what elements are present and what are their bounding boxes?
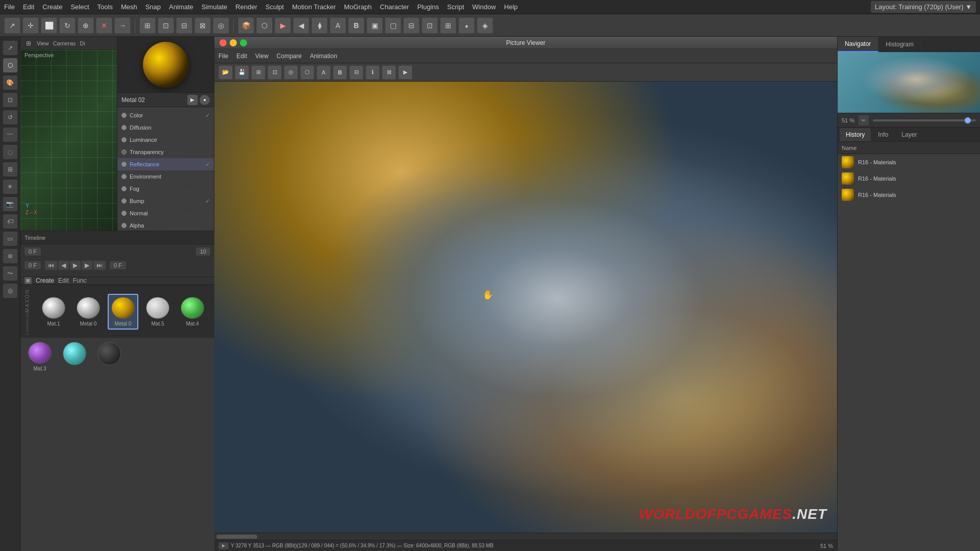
toolbar-btn16[interactable]: ⊡ (422, 17, 438, 34)
channel-fog[interactable]: Fog . . . . . . . . . (117, 183, 214, 195)
sidebar-mesh-icon[interactable]: ⬡ (3, 58, 17, 72)
pv-b-btn[interactable]: B (333, 65, 347, 80)
history-tab-layer[interactable]: Layer (895, 128, 923, 141)
sidebar-tag-icon[interactable]: 🏷 (3, 214, 17, 229)
pv-channel-btn[interactable]: ⊠ (382, 65, 396, 80)
mat-item-5[interactable]: Mat.4 (177, 294, 208, 330)
pv-scrollbar-h[interactable] (214, 533, 837, 540)
toolbar-btn18[interactable]: ⬧ (458, 17, 475, 34)
sidebar-mograph-icon[interactable]: ⊛ (3, 249, 17, 263)
channel-bump[interactable]: Bump . . . . . . . ✓ (117, 195, 214, 207)
toolbar-btn15[interactable]: ⊟ (403, 17, 420, 34)
sidebar-nurbs-icon[interactable]: ◌ (3, 145, 17, 159)
pv-menu-view[interactable]: View (255, 53, 268, 60)
play-back-btn[interactable]: ⏮ (45, 261, 57, 270)
sidebar-spline-icon[interactable]: 〰 (3, 128, 17, 142)
channel-diffusion[interactable]: Diffusion . . . . . . (117, 121, 214, 134)
materials-create-tab[interactable]: Create (36, 277, 54, 284)
channel-normal[interactable]: Normal . . . . . . . (117, 207, 214, 219)
toolbar-move-btn[interactable]: ✛ (22, 17, 39, 34)
menu-window[interactable]: Window (472, 3, 496, 11)
toolbar-btn13[interactable]: ▣ (366, 17, 383, 34)
toolbar-btn10[interactable]: ⧫ (311, 17, 328, 34)
pv-menu-animation[interactable]: Animation (310, 53, 337, 60)
pv-crop-btn[interactable]: ⬡ (300, 65, 314, 80)
pv-render-btn[interactable]: ▶ (398, 65, 412, 80)
viewport-display-tab[interactable]: Di (80, 40, 85, 46)
mat-item-3[interactable]: Metal 0 (108, 294, 138, 330)
zoom-handle[interactable] (965, 117, 971, 123)
pv-image-area[interactable]: WORLDOFPCGAMES.NET ✋ (214, 82, 837, 533)
pv-menu-edit[interactable]: Edit (236, 53, 247, 60)
history-item-3[interactable]: R16 - Materials (838, 187, 980, 203)
mat-item-6[interactable]: Mat.3 (24, 339, 55, 374)
mat-item-8[interactable] (94, 339, 125, 374)
channel-luminance[interactable]: Luminance . . . . . . (117, 134, 214, 146)
sidebar-light-icon[interactable]: ☀ (3, 180, 17, 194)
viewport-view-tab[interactable]: View (37, 40, 49, 46)
menu-motion-tracker[interactable]: Motion Tracker (292, 3, 336, 11)
pv-menu-file[interactable]: File (218, 53, 228, 60)
pv-save-btn[interactable]: 💾 (235, 65, 249, 80)
toolbar-btn14[interactable]: ▢ (385, 17, 401, 34)
pv-history-btn[interactable]: ⊞ (251, 65, 265, 80)
layout-selector[interactable]: Layout: Training (720p) (User) ▼ (871, 1, 976, 13)
menu-script[interactable]: Script (447, 3, 464, 11)
pv-info-btn[interactable]: ℹ (365, 65, 380, 80)
history-item-2[interactable]: R16 - Materials (838, 170, 980, 187)
timeline-start[interactable]: 0 F (24, 247, 41, 256)
pv-zoom-fit-btn[interactable]: ⊡ (267, 65, 282, 80)
history-tab-info[interactable]: Info (872, 128, 894, 141)
menu-create[interactable]: Create (42, 3, 62, 11)
sidebar-camera-icon[interactable]: 📷 (3, 197, 17, 211)
menu-mograph[interactable]: MoGraph (344, 3, 372, 11)
menu-snap[interactable]: Snap (145, 3, 161, 11)
channel-transparency[interactable]: Transparency . . . . . (117, 146, 214, 158)
toolbar-btn9[interactable]: ◀ (293, 17, 309, 34)
sidebar-dynamics-icon[interactable]: ◎ (3, 284, 17, 298)
toolbar-next-btn[interactable]: → (114, 17, 131, 34)
toolbar-mode-btn[interactable]: ↗ (4, 17, 20, 34)
toolbar-btn4[interactable]: ⊟ (176, 17, 192, 34)
menu-animate[interactable]: Animate (169, 3, 193, 11)
mat-options-btn[interactable]: ● (200, 95, 210, 105)
menu-help[interactable]: Help (504, 3, 518, 11)
zoom-slider[interactable] (873, 119, 976, 121)
step-fwd-btn[interactable]: ▶ (82, 261, 92, 270)
toolbar-btn8[interactable]: ⬡ (256, 17, 273, 34)
toolbar-transform-btn[interactable]: ⊕ (78, 17, 94, 34)
toolbar-scale-btn[interactable]: ⬜ (41, 17, 57, 34)
toolbar-btn3[interactable]: ⊡ (158, 17, 174, 34)
toolbar-btn7[interactable]: 📦 (238, 17, 254, 34)
timeline-offset[interactable]: 0 F (110, 261, 126, 269)
tab-histogram[interactable]: Histogram (878, 37, 921, 52)
menu-select[interactable]: Select (70, 3, 89, 11)
timeline-current-frame[interactable]: 0 F (24, 261, 41, 269)
minimize-button[interactable] (230, 39, 237, 46)
channel-alpha[interactable]: Alpha . . . . . . . . (117, 219, 214, 231)
close-button[interactable] (219, 39, 227, 46)
toolbar-btn6[interactable]: ◎ (213, 17, 229, 34)
sidebar-floor-icon[interactable]: ▭ (3, 232, 17, 246)
step-back-btn[interactable]: ◀ (58, 261, 69, 270)
toolbar-render-btn[interactable]: ▶ (275, 17, 291, 34)
zoom-input-btn[interactable]: ✏ (859, 115, 869, 126)
channel-environment[interactable]: Environment . . . . . (117, 170, 214, 183)
mat-item-1[interactable]: Mat.1 (38, 294, 69, 330)
history-item-1[interactable]: R16 - Materials (838, 154, 980, 170)
channel-reflectance[interactable]: Reflectance ✓ (117, 158, 214, 170)
sidebar-arrow-icon[interactable]: ↗ (3, 41, 17, 55)
viewport-cameras-tab[interactable]: Cameras (53, 40, 76, 46)
materials-func-tab[interactable]: Func (73, 277, 87, 284)
menu-tools[interactable]: Tools (97, 3, 113, 11)
play-end-btn[interactable]: ⏭ (93, 261, 106, 270)
menu-file[interactable]: File (4, 3, 15, 11)
mat-item-4[interactable]: Mat.5 (142, 294, 173, 330)
sidebar-grid-icon[interactable]: ⊞ (3, 162, 17, 177)
menu-render[interactable]: Render (235, 3, 257, 11)
toolbar-btn19[interactable]: ◈ (477, 17, 493, 34)
menu-edit[interactable]: Edit (23, 3, 34, 11)
toolbar-btn17[interactable]: ⊞ (440, 17, 456, 34)
pv-play-control[interactable]: ▶ (218, 542, 229, 549)
pv-menu-compare[interactable]: Compare (277, 53, 302, 60)
